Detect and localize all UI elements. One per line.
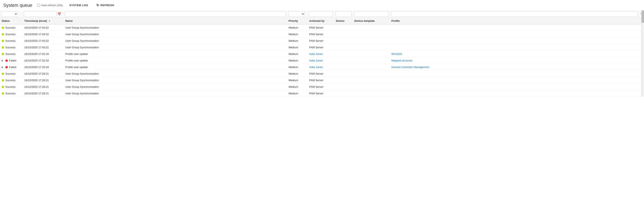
status-cell: ▶Failed xyxy=(2,59,21,62)
cell-timestamp: 16/10/2020 17:43:22 xyxy=(22,24,64,31)
col-name-label: Name xyxy=(65,19,72,22)
cell-name: User Group Synchronisation xyxy=(64,84,287,90)
col-header-profile: Profile xyxy=(390,18,639,24)
filter-profile-input[interactable] xyxy=(391,11,638,17)
cell-status: Success xyxy=(0,84,22,90)
cell-profile[interactable]: Domain Controller Management xyxy=(390,64,639,70)
cell-priority: Medium xyxy=(287,38,308,44)
cell-device xyxy=(334,31,353,38)
cell-device xyxy=(334,77,353,84)
cell-actioned-by[interactable]: India Jones xyxy=(308,57,334,64)
cell-name: Profile user update xyxy=(64,64,287,70)
cell-timestamp: 16/10/2020 17:28:21 xyxy=(22,77,64,84)
cell-profile xyxy=(390,90,639,97)
filter-device-input[interactable] xyxy=(336,11,352,17)
actioned-by-link[interactable]: India Jones xyxy=(309,66,323,69)
status-text: Success xyxy=(5,79,16,82)
cell-actioned-by[interactable]: India Jones xyxy=(308,64,334,70)
filter-priority-select[interactable] xyxy=(288,11,305,17)
expand-arrow-icon[interactable]: ▶ xyxy=(2,60,3,62)
cell-profile xyxy=(390,24,639,31)
table-row: Success16/10/2020 17:28:21User Group Syn… xyxy=(0,90,644,97)
actioned-by-link[interactable]: India Jones xyxy=(309,59,323,62)
cell-device-template xyxy=(353,64,390,70)
filter-name-input[interactable] xyxy=(65,11,286,17)
cell-timestamp: 16/10/2020 17:28:21 xyxy=(22,84,64,90)
status-text: Failed xyxy=(9,66,16,69)
auto-refresh-label[interactable]: Auto-refresh (10s) xyxy=(37,4,63,7)
filter-device-template-input[interactable] xyxy=(354,11,388,17)
table-row: Success16/10/2020 17:43:22User Group Syn… xyxy=(0,24,644,31)
filter-device-cell xyxy=(334,10,353,18)
col-header-priority: Priority xyxy=(287,18,308,24)
status-text: Success xyxy=(5,92,16,95)
cell-status: ▶Failed xyxy=(0,57,22,64)
actioned-by-link[interactable]: India Jones xyxy=(309,52,323,56)
profile-link[interactable]: Win2016 xyxy=(392,52,402,56)
status-cell: Success xyxy=(2,72,21,75)
filter-actioned-input[interactable] xyxy=(309,11,333,17)
filter-date-input[interactable] xyxy=(24,11,57,17)
cell-device-template xyxy=(353,51,390,57)
cell-status: Success xyxy=(0,70,22,77)
cell-profile[interactable]: Win2016 xyxy=(390,51,639,57)
status-cell: Success xyxy=(2,33,21,36)
cell-device xyxy=(334,64,353,70)
expand-arrow-icon[interactable]: ▶ xyxy=(2,66,3,68)
filter-date-cell: 📅 xyxy=(22,10,64,18)
cell-device xyxy=(334,44,353,51)
cell-device xyxy=(334,38,353,44)
cell-priority: Medium xyxy=(287,77,308,84)
status-cell: Success xyxy=(2,39,21,42)
page-container: System queue Auto-refresh (10s) SYSTEM L… xyxy=(0,0,644,209)
cell-timestamp: 16/10/2020 17:43:21 xyxy=(22,44,64,51)
filter-status-select[interactable] xyxy=(1,11,18,17)
failed-dot-icon xyxy=(5,60,8,62)
scroll-thumb[interactable] xyxy=(642,10,644,23)
page-title: System queue xyxy=(3,3,32,8)
status-text: Success xyxy=(5,26,16,29)
cell-profile xyxy=(390,44,639,51)
success-dot-icon xyxy=(2,86,4,88)
col-header-timestamp[interactable]: Timestamp (local) ▼ xyxy=(22,18,64,24)
cell-name: Profile user update xyxy=(64,51,287,57)
calendar-icon[interactable]: 📅 xyxy=(58,12,61,16)
profile-link[interactable]: Domain Controller Management xyxy=(392,66,429,69)
cell-name: Profile user update xyxy=(64,57,287,64)
cell-priority: Medium xyxy=(287,51,308,57)
cell-device-template xyxy=(353,77,390,84)
cell-device-template xyxy=(353,57,390,64)
status-cell: Success xyxy=(2,79,21,82)
auto-refresh-checkbox[interactable] xyxy=(37,4,40,7)
col-status-label: Status xyxy=(2,19,10,22)
table-row: Success16/10/2020 17:32:18Profile user u… xyxy=(0,51,644,57)
success-dot-icon xyxy=(2,46,4,49)
status-cell: Success xyxy=(2,85,21,88)
refresh-button[interactable]: ↻ REFRESH xyxy=(95,2,116,8)
col-header-device: Device xyxy=(334,18,353,24)
cell-priority: Medium xyxy=(287,57,308,64)
cell-priority: Medium xyxy=(287,84,308,90)
cell-profile xyxy=(390,31,639,38)
cell-timestamp: 16/10/2020 17:28:21 xyxy=(22,90,64,97)
cell-profile[interactable]: Mapped accounts xyxy=(390,57,639,64)
cell-device xyxy=(334,84,353,90)
status-cell: ▶Failed xyxy=(2,66,21,69)
status-cell: Success xyxy=(2,46,21,49)
status-text: Success xyxy=(5,33,16,36)
cell-device xyxy=(334,70,353,77)
status-text: Success xyxy=(5,72,16,75)
refresh-icon: ↻ xyxy=(96,3,99,7)
success-dot-icon xyxy=(2,72,4,75)
cell-actioned-by[interactable]: India Jones xyxy=(308,51,334,57)
cell-device-template xyxy=(353,70,390,77)
system-queue-table: 📅 xyxy=(0,10,644,97)
cell-actioned-by: PAM Server xyxy=(308,70,334,77)
profile-link[interactable]: Mapped accounts xyxy=(392,59,412,62)
cell-device xyxy=(334,90,353,97)
scroll-track[interactable] xyxy=(641,10,644,97)
filter-name-cell xyxy=(64,10,287,18)
system-log-button[interactable]: SYSTEM LOG xyxy=(68,3,90,8)
cell-priority: Medium xyxy=(287,44,308,51)
cell-profile xyxy=(390,84,639,90)
